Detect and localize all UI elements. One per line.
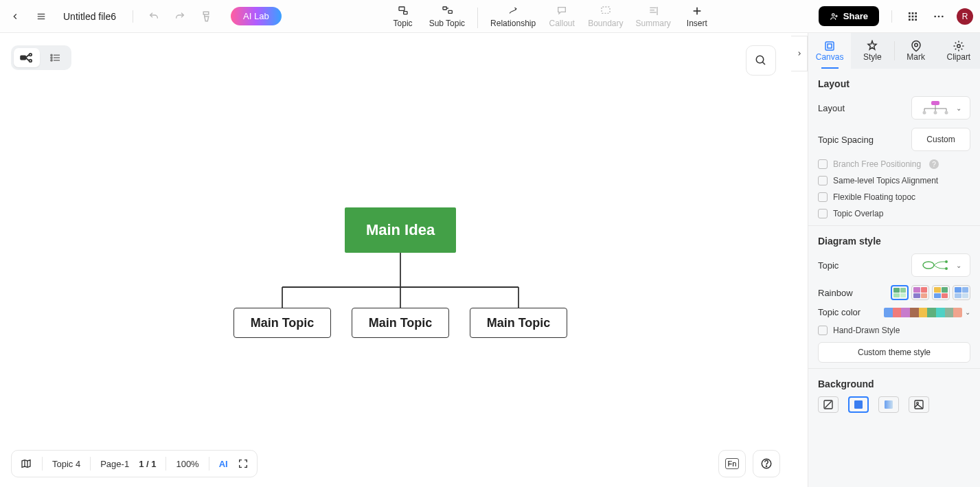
tool-topic[interactable]: Topic <box>389 5 417 28</box>
svg-rect-15 <box>912 12 914 14</box>
tool-subtopic-label: Sub Topic <box>429 19 465 28</box>
bg-solid[interactable] <box>848 396 869 413</box>
divider <box>891 10 892 23</box>
tab-canvas[interactable]: Canvas <box>808 33 851 69</box>
node-child-1[interactable]: Main Topic <box>233 308 331 338</box>
fn-label: Fn <box>725 458 740 469</box>
same-level-label: Same-level Topics Alignment <box>833 176 938 185</box>
rainbow-swatch-3[interactable] <box>953 285 970 300</box>
footer-right: Fn <box>718 450 780 477</box>
menu-button[interactable] <box>33 8 49 25</box>
chevron-down-icon: ⌄ <box>956 104 961 112</box>
map-overview-button[interactable] <box>20 458 32 469</box>
ai-button[interactable]: AI <box>219 459 228 469</box>
tool-callout-label: Callout <box>549 19 574 28</box>
canvas[interactable]: Main Idea Main Topic Main Topic Main Top… <box>0 33 791 487</box>
svg-rect-6 <box>448 10 452 13</box>
topic-thumb-icon <box>920 258 950 273</box>
svg-point-23 <box>934 15 936 17</box>
back-button[interactable] <box>7 8 23 25</box>
file-title[interactable]: Untitled file6 <box>63 11 116 22</box>
node-child-3[interactable]: Main Topic <box>470 308 567 338</box>
svg-line-58 <box>825 401 831 407</box>
topic-count: Topic 4 <box>52 459 80 469</box>
rainbow-swatch-0[interactable] <box>891 285 909 300</box>
fn-button[interactable]: Fn <box>718 450 746 477</box>
search-button[interactable] <box>746 45 776 76</box>
svg-rect-21 <box>912 19 914 21</box>
tab-clipart[interactable]: Clipart <box>937 33 980 69</box>
divider <box>477 8 478 28</box>
collapse-panel-button[interactable] <box>791 36 808 71</box>
map-icon <box>20 458 32 469</box>
rainbow-swatch-1[interactable] <box>911 285 929 300</box>
zoom-level[interactable]: 100% <box>176 459 198 469</box>
hand-drawn-label: Hand-Drawn Style <box>833 326 900 335</box>
svg-rect-7 <box>602 7 610 13</box>
subtopic-icon <box>440 5 454 17</box>
page-label[interactable]: Page-1 <box>100 459 129 469</box>
topic-style-select[interactable]: ⌄ <box>911 253 970 277</box>
bg-none[interactable] <box>818 396 839 413</box>
tool-subtopic[interactable]: Sub Topic <box>429 5 465 28</box>
tab-style[interactable]: Style <box>851 33 893 69</box>
svg-rect-5 <box>443 7 446 10</box>
status-bar: Topic 4 Page-1 1 / 1 100% AI <box>11 450 258 477</box>
format-painter-button[interactable] <box>198 8 214 25</box>
chevron-down-icon[interactable]: ⌄ <box>965 308 970 316</box>
solid-icon <box>852 399 865 410</box>
section-diagram-title: Diagram style <box>818 236 970 247</box>
svg-point-52 <box>934 111 937 115</box>
summary-icon <box>646 5 660 17</box>
divider <box>90 457 91 471</box>
checkbox-icon <box>818 326 828 335</box>
custom-theme-button[interactable]: Custom theme style <box>818 342 970 363</box>
node-child-2[interactable]: Main Topic <box>352 308 449 338</box>
chevron-down-icon: ⌄ <box>956 262 961 269</box>
more-button[interactable] <box>931 8 947 25</box>
topic-color-label: Topic color <box>818 307 861 317</box>
tool-insert[interactable]: Insert <box>683 5 711 28</box>
check-same-level[interactable]: Same-level Topics Alignment <box>818 176 970 185</box>
tool-insert-label: Insert <box>687 19 707 28</box>
ai-lab-button[interactable]: AI Lab <box>231 7 282 25</box>
tool-relationship[interactable]: Relationship <box>490 5 536 28</box>
topic-overlap-label: Topic Overlap <box>833 209 883 218</box>
tab-mark[interactable]: Mark <box>895 33 937 69</box>
checkbox-icon <box>818 159 828 169</box>
rainbow-options <box>891 285 970 300</box>
tab-clipart-label: Clipart <box>947 52 971 62</box>
avatar[interactable]: R <box>957 8 973 25</box>
help-button[interactable] <box>753 450 780 477</box>
undo-button[interactable] <box>146 8 162 25</box>
redo-button[interactable] <box>172 8 188 25</box>
help-icon <box>760 457 773 470</box>
help-icon[interactable]: ? <box>929 159 939 169</box>
topic-spacing-select[interactable]: Custom <box>911 128 970 151</box>
divider <box>42 457 43 471</box>
layout-select[interactable]: ⌄ <box>911 96 970 120</box>
view-mindmap[interactable] <box>14 48 40 67</box>
node-root[interactable]: Main Idea <box>345 207 456 253</box>
apps-button[interactable] <box>904 8 921 25</box>
bg-gradient[interactable] <box>878 396 899 413</box>
fullscreen-button[interactable] <box>238 458 249 469</box>
topic-color-strip[interactable] <box>884 308 962 317</box>
divider <box>166 457 166 471</box>
share-button[interactable]: Share <box>819 6 879 26</box>
bg-image[interactable] <box>909 396 929 413</box>
tool-topic-label: Topic <box>394 19 413 28</box>
divider <box>209 457 209 471</box>
check-topic-overlap[interactable]: Topic Overlap <box>818 209 970 218</box>
callout-icon <box>555 5 569 17</box>
rainbow-swatch-2[interactable] <box>932 285 950 300</box>
svg-point-40 <box>766 466 766 466</box>
divider <box>808 368 980 369</box>
tab-canvas-label: Canvas <box>816 52 844 62</box>
tool-callout: Callout <box>548 5 576 28</box>
svg-rect-22 <box>915 19 917 21</box>
check-flex-float[interactable]: Flexible Floating topoc <box>818 192 970 202</box>
svg-point-37 <box>756 56 764 63</box>
check-hand-drawn[interactable]: Hand-Drawn Style <box>818 326 970 335</box>
view-outline[interactable] <box>43 48 69 67</box>
